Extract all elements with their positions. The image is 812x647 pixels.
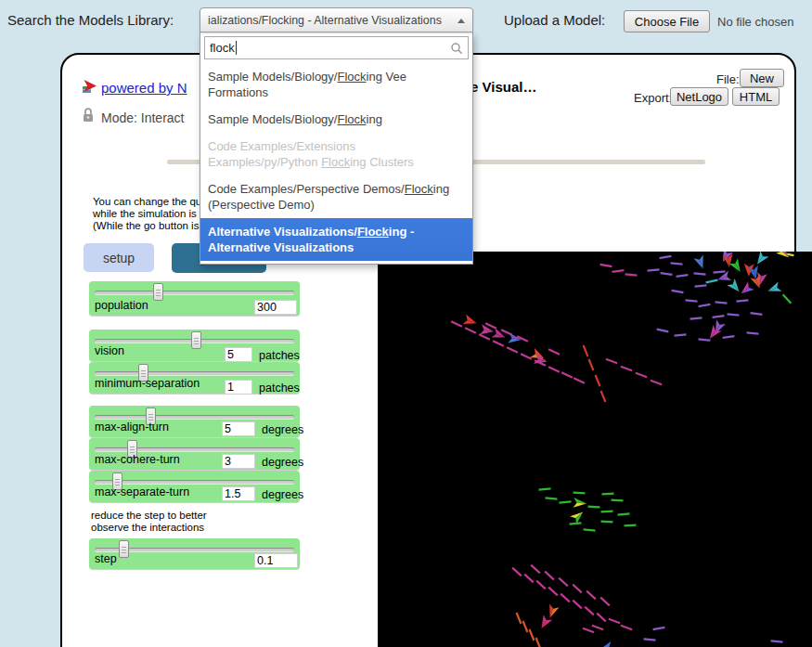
slider-unit-label: degrees [262, 488, 303, 501]
slider-max-align-turn: max-align-turndegrees [89, 406, 300, 437]
bird-dash [451, 321, 462, 326]
slider-track[interactable] [95, 371, 294, 375]
file-label: File: [716, 72, 740, 86]
bird-dash [751, 313, 763, 315]
slider-unit-label: degrees [262, 456, 303, 469]
powered-by-netlogo-link[interactable]: powered by N [101, 80, 187, 96]
slider-track[interactable] [95, 447, 294, 451]
text-caret [236, 41, 237, 55]
bird-dash [584, 529, 596, 530]
slider-value-input[interactable] [222, 454, 255, 469]
bird-dart [545, 604, 559, 620]
no-file-chosen-text: No file chosen [717, 15, 793, 29]
slider-thumb[interactable] [191, 331, 201, 349]
model-result-item: Code Examples/Extensions Examples/py/Pyt… [200, 133, 472, 175]
bird-dash [648, 269, 660, 270]
bird-dash [570, 523, 582, 524]
bird-dash [517, 613, 522, 624]
bird-dash [671, 263, 683, 264]
bird-dash [653, 628, 665, 629]
bird-dash [675, 334, 687, 335]
bird-dart [729, 258, 745, 275]
bird-dart [738, 281, 754, 297]
bird-dash [545, 572, 554, 580]
bird-dash [548, 349, 560, 354]
model-result-item[interactable]: Sample Models/Biology/Flocking [200, 106, 472, 133]
slider-track[interactable] [95, 291, 294, 294]
bird-dash [584, 345, 588, 356]
mode-indicator: Mode: Interact [101, 110, 185, 125]
bird-dash [548, 367, 560, 371]
slider-track[interactable] [95, 415, 294, 419]
lock-icon [82, 107, 95, 126]
slider-unit-label: patches [259, 382, 300, 395]
world-canvas-svg [378, 252, 812, 647]
bird-dart [753, 252, 768, 267]
bird-dash [715, 302, 728, 303]
bird-dash [657, 330, 669, 332]
bird-dash [747, 332, 759, 333]
bird-dash [493, 341, 504, 345]
bird-dash [609, 619, 620, 623]
bird-dash [699, 304, 711, 306]
sidebar-note-line: (While the go button is [93, 220, 199, 232]
model-search-input[interactable]: flock [204, 36, 469, 59]
bird-dart [727, 278, 742, 295]
bird-dash [713, 316, 725, 317]
bird-dash [585, 607, 594, 615]
bird-dash [625, 525, 637, 526]
bird-dash [574, 378, 585, 382]
model-result-item[interactable]: Alternative Visualizations/Flocking - Al… [200, 218, 472, 261]
bird-dart [776, 252, 793, 262]
slider-value-input[interactable] [222, 486, 255, 501]
slider-value-input[interactable] [254, 553, 298, 568]
step-note-line: observe the interactions [91, 522, 204, 534]
export-html-button[interactable]: HTML [732, 87, 780, 106]
slider-label: max-align-turn [95, 421, 169, 433]
slider-value-input[interactable] [225, 347, 252, 362]
bird-dash [672, 291, 684, 292]
bird-dart [693, 255, 707, 271]
choose-file-button[interactable]: Choose File [624, 10, 710, 32]
export-netlogo-button[interactable]: NetLogo [670, 87, 728, 106]
file-new-button[interactable]: New [740, 69, 784, 87]
bird-dash [694, 273, 706, 274]
bird-dash [723, 336, 735, 338]
model-select-dropdown[interactable]: ializations/Flocking - Alternative Visua… [200, 7, 473, 32]
bird-dash [677, 275, 689, 277]
model-search-query: flock [210, 41, 235, 55]
slider-thumb[interactable] [119, 540, 129, 558]
bird-dash [690, 317, 702, 318]
slider-value-input[interactable] [254, 300, 297, 315]
bird-dash [512, 568, 522, 576]
slider-track[interactable] [95, 480, 294, 484]
model-result-item[interactable]: Code Examples/Perspective Demos/Flocking… [200, 175, 472, 218]
slider-vision: visionpatches [89, 330, 300, 361]
bird-dash [573, 585, 582, 593]
search-icon [450, 42, 463, 55]
model-result-item[interactable]: Sample Models/Biology/Flocking Vee Forma… [200, 63, 472, 106]
bird-dart [491, 328, 507, 342]
bird-dash [737, 300, 749, 301]
model-select-value: ializations/Flocking - Alternative Visua… [208, 14, 450, 27]
bird-dash [651, 381, 662, 384]
netlogo-web-page: { "topbar": { "search_label": "Search th… [0, 0, 812, 647]
slider-value-input[interactable] [222, 421, 255, 436]
bird-dash [589, 359, 594, 370]
page-title: e Visual… [470, 79, 536, 95]
bird-dart [463, 315, 479, 329]
bird-dash [728, 314, 740, 315]
slider-population: population [89, 281, 300, 316]
bird-dash [561, 594, 570, 602]
slider-value-input[interactable] [225, 380, 252, 395]
slider-thumb[interactable] [153, 283, 163, 301]
bird-dash [686, 300, 698, 301]
bird-dash [596, 375, 600, 386]
setup-button[interactable]: setup [84, 243, 154, 272]
bird-dash [536, 638, 541, 647]
slider-unit-label: degrees [262, 423, 303, 436]
bird-dash [546, 498, 558, 498]
bird-dash [561, 372, 573, 377]
model-search-results: Sample Models/Biology/Flocking Vee Forma… [200, 63, 472, 261]
slider-label: vision [95, 344, 124, 357]
